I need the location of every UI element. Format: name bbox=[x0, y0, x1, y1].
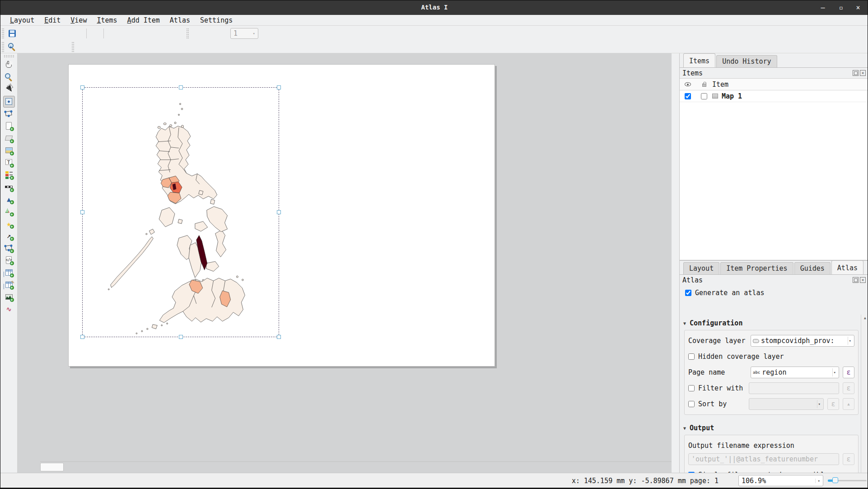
atlas-panel-scrollbar[interactable]: ▲ ▼ bbox=[861, 315, 868, 489]
close-panel-icon[interactable]: × bbox=[860, 277, 866, 283]
menu-layout[interactable]: Layout bbox=[5, 16, 39, 25]
pan-layout-tool[interactable] bbox=[3, 59, 15, 71]
sort-direction-button[interactable]: ▲ bbox=[843, 398, 854, 410]
canvas-horizontal-scrollbar[interactable] bbox=[40, 461, 672, 472]
minimize-button[interactable]: – bbox=[816, 2, 830, 13]
menu-settings[interactable]: Settings bbox=[195, 16, 238, 25]
float-panel-icon[interactable] bbox=[853, 277, 859, 283]
tab-guides[interactable]: Guides bbox=[794, 262, 831, 274]
selection-handle[interactable] bbox=[80, 210, 84, 214]
spinbox-dropdown-icon[interactable]: ▾ bbox=[253, 31, 255, 36]
add-node-item-tool[interactable]: + bbox=[3, 242, 15, 254]
add-attribute-table-tool[interactable]: + bbox=[3, 267, 15, 278]
filter-with-input[interactable] bbox=[749, 382, 839, 394]
maximize-button[interactable]: ▫ bbox=[834, 2, 848, 13]
page-name-expression-button[interactable]: ε bbox=[843, 367, 854, 378]
edit-nodes-item-tool[interactable] bbox=[3, 108, 15, 120]
configuration-title: Configuration bbox=[690, 319, 742, 327]
tab-items[interactable]: Items bbox=[683, 53, 715, 67]
chevron-down-icon[interactable]: ▾ bbox=[832, 368, 837, 376]
toolbar-grip[interactable] bbox=[2, 28, 4, 38]
filter-expression-button[interactable]: ε bbox=[843, 382, 854, 394]
item-label[interactable]: Map 1 bbox=[722, 92, 742, 100]
menu-edit[interactable]: Edit bbox=[39, 16, 65, 25]
zoom-in-button[interactable]: + bbox=[6, 41, 18, 53]
tab-layout[interactable]: Layout bbox=[683, 262, 719, 274]
layout-canvas[interactable]: ▲ ▼ bbox=[18, 53, 672, 473]
slider-handle[interactable] bbox=[832, 477, 838, 483]
output-section-header[interactable]: ▼ Output bbox=[680, 419, 861, 435]
tab-undo-history[interactable]: Undo History bbox=[716, 55, 777, 67]
page-name-combo[interactable]: abc region ▾ bbox=[751, 367, 839, 378]
add-marker-tool[interactable]: ★+ bbox=[3, 218, 15, 230]
output-filename-input[interactable]: 'output_'||@atlas_featurenumber bbox=[688, 453, 839, 465]
item-lock-checkbox[interactable] bbox=[701, 93, 707, 99]
zoom-tool[interactable] bbox=[3, 71, 15, 83]
menu-view[interactable]: View bbox=[65, 16, 92, 25]
add-plot-tool[interactable]: ∿ bbox=[3, 303, 15, 315]
toolbar-grip[interactable] bbox=[72, 42, 74, 52]
selection-handle[interactable] bbox=[277, 85, 281, 89]
selection-handle[interactable] bbox=[179, 85, 183, 89]
table-row[interactable]: Map 1 bbox=[680, 90, 868, 102]
add-scale-bar-tool[interactable]: + bbox=[3, 181, 15, 193]
add-3d-map-tool[interactable]: + bbox=[3, 132, 15, 144]
add-arrow-icon: ↗+ bbox=[5, 231, 14, 240]
selection-handle[interactable] bbox=[179, 335, 183, 339]
sort-expression-button[interactable]: ε bbox=[827, 398, 839, 410]
coverage-layer-combo[interactable]: stompcovidph_prov: ▾ bbox=[751, 335, 854, 347]
add-fixed-table-tool[interactable]: ✎+ bbox=[3, 279, 15, 291]
chevron-down-icon[interactable]: ▾ bbox=[848, 337, 852, 345]
right-dock: Items Undo History Items × Item Map 1 bbox=[679, 53, 868, 473]
menu-atlas[interactable]: Atlas bbox=[165, 16, 195, 25]
collapse-triangle-icon[interactable]: ▼ bbox=[683, 426, 686, 431]
selection-handle[interactable] bbox=[277, 335, 281, 339]
menu-add-item[interactable]: Add Item bbox=[122, 16, 165, 25]
zoom-level-combo[interactable]: 106.9% ▾ bbox=[738, 475, 823, 486]
save-project-button[interactable] bbox=[6, 27, 18, 39]
add-north-arrow-tool[interactable]: ▲+ bbox=[3, 193, 15, 205]
tab-item-properties[interactable]: Item Properties bbox=[720, 262, 793, 274]
sort-by-checkbox[interactable] bbox=[688, 401, 695, 407]
add-arrow-tool[interactable]: ↗+ bbox=[3, 230, 15, 242]
zoom-slider[interactable] bbox=[828, 479, 867, 482]
toolbar-grip[interactable] bbox=[187, 28, 189, 38]
toolbar-grip[interactable] bbox=[2, 42, 4, 52]
sort-by-combo[interactable]: ▾ bbox=[749, 398, 824, 410]
selection-handle[interactable] bbox=[80, 85, 84, 89]
float-panel-icon[interactable] bbox=[853, 70, 859, 76]
add-picture-icon: + bbox=[5, 146, 14, 155]
filter-with-checkbox[interactable] bbox=[688, 385, 695, 391]
page-name-label: Page name bbox=[688, 368, 747, 376]
collapse-triangle-icon[interactable]: ▼ bbox=[683, 321, 686, 326]
atlas-page-spinbox[interactable]: 1▾ bbox=[230, 28, 258, 39]
selection-handle[interactable] bbox=[80, 335, 84, 339]
close-panel-icon[interactable]: × bbox=[860, 70, 866, 76]
close-button[interactable]: × bbox=[851, 2, 865, 13]
filename-expression-button[interactable]: ε bbox=[843, 453, 854, 465]
menu-items[interactable]: Items bbox=[92, 16, 122, 25]
selection-handle[interactable] bbox=[277, 210, 281, 214]
chevron-down-icon[interactable]: ▾ bbox=[817, 400, 821, 408]
add-page-tool[interactable]: + bbox=[3, 120, 15, 132]
add-legend-tool[interactable]: + bbox=[3, 169, 15, 181]
add-shape-tool[interactable]: + bbox=[3, 206, 15, 217]
tab-atlas[interactable]: Atlas bbox=[831, 260, 863, 274]
generate-atlas-checkbox[interactable] bbox=[685, 290, 691, 296]
toolbar-grip[interactable] bbox=[4, 55, 14, 57]
add-node-item-icon: + bbox=[5, 244, 14, 253]
sort-by-label: Sort by bbox=[698, 400, 745, 408]
chevron-down-icon[interactable]: ▾ bbox=[815, 479, 820, 483]
add-label-tool[interactable]: T+ bbox=[3, 157, 15, 169]
move-item-content-tool[interactable] bbox=[3, 96, 15, 108]
configuration-section-header[interactable]: ▼ Configuration bbox=[680, 315, 861, 330]
select-move-item-tool[interactable] bbox=[3, 84, 15, 95]
add-picture-tool[interactable]: + bbox=[3, 145, 15, 156]
scrollbar-thumb[interactable] bbox=[40, 463, 64, 471]
hidden-coverage-checkbox[interactable] bbox=[688, 353, 695, 360]
add-html-frame-tool[interactable]: </>+ bbox=[3, 254, 15, 266]
map-item-frame[interactable] bbox=[82, 87, 279, 337]
item-visibility-checkbox[interactable] bbox=[685, 93, 691, 99]
add-elevation-profile-tool[interactable]: + bbox=[3, 291, 15, 303]
scroll-up-icon[interactable]: ▲ bbox=[862, 315, 868, 322]
